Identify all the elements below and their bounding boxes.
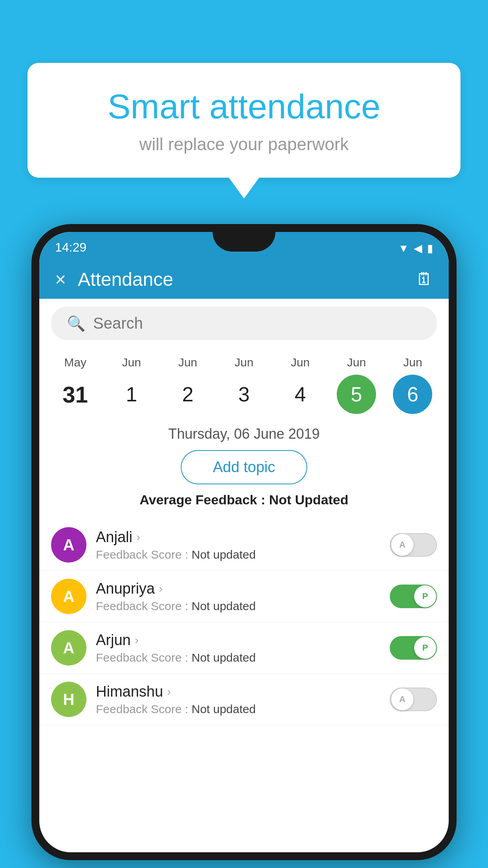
attendance-toggle[interactable]: A [390,688,437,711]
cal-month: Jun [403,356,422,369]
student-info[interactable]: Arjun › Feedback Score : Not updated [96,632,380,664]
wifi-icon: ▼ [398,242,409,255]
calendar-day[interactable]: Jun 1 [112,356,151,414]
cal-month: May [64,356,86,369]
calendar-icon[interactable]: 🗓 [416,269,433,289]
search-container: 🔍 [51,307,437,340]
cal-month: Jun [122,356,141,369]
calendar-day[interactable]: Jun 5 [337,356,376,414]
cal-date: 31 [56,375,95,414]
student-item: A Anupriya › Feedback Score : Not update… [39,571,449,622]
attendance-toggle[interactable]: P [390,585,437,608]
close-button[interactable]: × [55,268,66,290]
battery-icon: ▮ [427,242,433,255]
speech-bubble: Smart attendance will replace your paper… [28,63,460,178]
search-input[interactable] [93,314,421,332]
student-avatar: A [51,630,86,666]
app-header: × Attendance 🗓 [39,259,449,299]
cal-month: Jun [235,356,253,369]
student-feedback-score: Feedback Score : Not updated [96,548,380,561]
toggle-knob: A [391,688,413,710]
student-item: H Himanshu › Feedback Score : Not update… [39,674,449,725]
student-feedback-score: Feedback Score : Not updated [96,702,380,716]
phone-notch [213,232,275,252]
selected-date-label: Thursday, 06 June 2019 [39,426,449,442]
toggle-knob: A [391,534,413,556]
chevron-right-icon: › [136,530,140,544]
speech-bubble-container: Smart attendance will replace your paper… [28,63,460,199]
student-name: Anupriya › [96,580,380,597]
cal-month: Jun [347,356,366,369]
cal-date: 2 [168,375,207,414]
student-avatar: A [51,527,86,563]
student-avatar: A [51,579,86,614]
avg-feedback-label: Average Feedback : [139,492,269,507]
status-time: 14:29 [55,240,86,255]
cal-month: Jun [178,356,197,369]
signal-icon: ◀ [414,242,422,255]
cal-date: 5 [337,375,376,414]
student-info[interactable]: Anjali › Feedback Score : Not updated [96,529,380,561]
cal-date: 6 [393,375,432,414]
cal-month: Jun [291,356,310,369]
bubble-tail [228,177,260,199]
student-feedback-score: Feedback Score : Not updated [96,600,380,613]
calendar-day[interactable]: Jun 6 [393,356,432,414]
calendar-day[interactable]: Jun 4 [281,356,320,414]
cal-date: 1 [112,375,151,414]
chevron-right-icon: › [167,685,171,698]
student-item: A Anjali › Feedback Score : Not updated … [39,519,449,571]
bubble-title: Smart attendance [59,86,429,127]
phone-frame: 14:29 ▼ ◀ ▮ × Attendance 🗓 🔍 May 31 Jun … [31,224,457,860]
student-name: Anjali › [96,529,380,546]
attendance-toggle[interactable]: A [390,533,437,557]
cal-date: 3 [224,375,264,414]
phone-inner: 14:29 ▼ ◀ ▮ × Attendance 🗓 🔍 May 31 Jun … [39,232,449,852]
student-list: A Anjali › Feedback Score : Not updated … [39,519,449,725]
toggle-knob: P [414,585,436,607]
student-name: Himanshu › [96,683,380,700]
student-name: Arjun › [96,632,380,649]
calendar-day[interactable]: Jun 3 [224,356,264,414]
attendance-toggle[interactable]: P [390,636,437,660]
calendar-day[interactable]: May 31 [56,356,95,414]
student-info[interactable]: Himanshu › Feedback Score : Not updated [96,683,380,716]
calendar-day[interactable]: Jun 2 [168,356,207,414]
avg-feedback-value: Not Updated [269,492,349,507]
chevron-right-icon: › [135,633,139,647]
toggle-knob: P [414,637,436,659]
status-icons: ▼ ◀ ▮ [398,242,433,255]
student-item: A Arjun › Feedback Score : Not updated P [39,622,449,674]
student-feedback-score: Feedback Score : Not updated [96,651,380,664]
student-avatar: H [51,682,86,717]
header-title: Attendance [78,268,416,290]
bubble-subtitle: will replace your paperwork [59,134,429,154]
student-info[interactable]: Anupriya › Feedback Score : Not updated [96,580,380,613]
add-topic-button[interactable]: Add topic [181,450,307,484]
cal-date: 4 [281,375,320,414]
calendar-strip: May 31 Jun 1 Jun 2 Jun 3 Jun 4 Jun 5 Jun… [39,348,449,414]
search-icon: 🔍 [67,315,85,332]
chevron-right-icon: › [159,582,163,595]
avg-feedback: Average Feedback : Not Updated [39,492,449,508]
